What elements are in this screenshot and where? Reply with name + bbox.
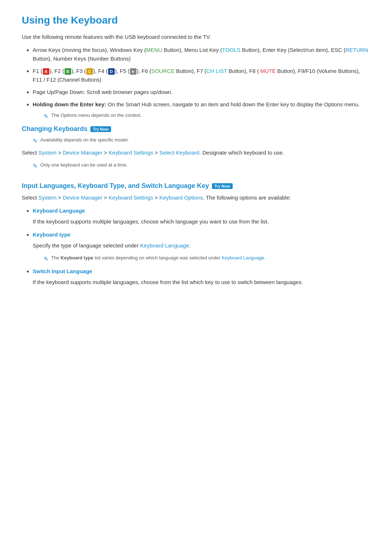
- device-manager-link-1: Device Manager: [63, 149, 102, 156]
- list-item: Page Up/Page Down: Scroll web browser pa…: [33, 88, 370, 97]
- keyboard-settings-link-1: Keyboard Settings: [109, 149, 153, 156]
- note-icon-3: ✎: [33, 162, 37, 171]
- page-title: Using the Keyboard: [22, 15, 370, 26]
- option-switch-input: Switch Input Language If the keyboard su…: [33, 267, 370, 287]
- badge-e: ●: [130, 68, 136, 75]
- mute-label: MUTE: [260, 68, 276, 74]
- input-languages-heading: Input Languages, Keyboard Type, and Swit…: [22, 182, 370, 190]
- keyboard-language-link-2: Keyboard Language: [222, 255, 264, 260]
- try-now-badge-1[interactable]: Try Now: [90, 126, 111, 132]
- options-list: Keyboard Language If the keyboard suppor…: [33, 206, 370, 287]
- one-keyboard-note: ✎ Only one keyboard can be used at a tim…: [33, 161, 370, 171]
- options-note: ✎ The Options menu depends on the contex…: [44, 112, 370, 121]
- switch-input-label: Switch Input Language: [33, 268, 92, 274]
- keyboard-options-link: Keyboard Options: [159, 194, 203, 201]
- badge-c: C: [86, 68, 93, 75]
- keyboard-language-desc: If the keyboard supports multiple langua…: [33, 217, 370, 226]
- keyboard-type-bold: Keyboard type: [61, 255, 93, 260]
- note-icon-4: ✎: [44, 255, 48, 263]
- changing-keyboards-section: Changing Keyboards Try Now ✎ Availabilit…: [22, 125, 370, 171]
- note-icon-2: ✎: [33, 137, 37, 145]
- system-link-1: System: [38, 149, 57, 156]
- list-item: Arrow Keys (moving the focus), Windows K…: [33, 46, 370, 63]
- hold-enter-bold: Holding down the Enter key:: [33, 101, 106, 107]
- list-item: F1 (A), F2 (B), F3 (C), F4 (D), F5 (●), …: [33, 67, 370, 84]
- try-now-badge-2[interactable]: Try Now: [212, 183, 233, 189]
- one-keyboard-text: Only one keyboard can be used at a time.: [40, 161, 128, 169]
- changing-keyboards-title: Changing Keyboards: [22, 125, 87, 133]
- select-keyboard-link: Select Keyboard: [159, 149, 199, 156]
- return-label: RETURN: [346, 47, 368, 53]
- list-item: Holding down the Enter key: On the Smart…: [33, 100, 370, 121]
- switch-input-desc: If the keyboard supports multiple langua…: [33, 278, 370, 287]
- feature-list: Arrow Keys (moving the focus), Windows K…: [33, 46, 370, 121]
- select-keyboard-text: Select System > Device Manager > Keyboar…: [22, 148, 370, 157]
- system-link-2: System: [38, 194, 57, 201]
- chlist-label: CH LIST: [206, 68, 227, 74]
- badge-d: D: [108, 68, 115, 75]
- keyboard-type-note: ✎ The Keyboard type list varies dependin…: [44, 254, 370, 263]
- keyboard-type-desc: Specify the type of language selected un…: [33, 241, 370, 250]
- option-keyboard-language: Keyboard Language If the keyboard suppor…: [33, 206, 370, 226]
- option-keyboard-type: Keyboard type Specify the type of langua…: [33, 230, 370, 263]
- changing-keyboards-heading: Changing Keyboards Try Now: [22, 125, 370, 133]
- keyboard-settings-link-2: Keyboard Settings: [109, 194, 153, 201]
- intro-text: Use the following remote features with t…: [22, 33, 370, 41]
- tools-label: TOOLS: [222, 47, 241, 53]
- note-text: The Options menu depends on the context.: [51, 112, 142, 119]
- menu-label: MENU: [146, 47, 162, 53]
- badge-a: A: [43, 68, 49, 75]
- keyboard-language-link: Keyboard Language: [140, 242, 189, 249]
- keyboard-type-label: Keyboard type: [33, 231, 70, 238]
- input-languages-section: Input Languages, Keyboard Type, and Swit…: [22, 182, 370, 287]
- keyboard-type-note-text: The Keyboard type list varies depending …: [51, 254, 265, 262]
- keyboard-language-label: Keyboard Language: [33, 208, 85, 214]
- device-manager-link-2: Device Manager: [63, 194, 102, 201]
- avail-note-text: Availability depends on the specific mod…: [40, 136, 129, 144]
- source-label: SOURCE: [151, 68, 175, 74]
- keyboard-options-text: Select System > Device Manager > Keyboar…: [22, 193, 370, 202]
- badge-b: B: [65, 68, 71, 75]
- note-icon: ✎: [44, 112, 48, 121]
- avail-note: ✎ Availability depends on the specific m…: [33, 136, 370, 145]
- input-languages-title: Input Languages, Keyboard Type, and Swit…: [22, 182, 209, 190]
